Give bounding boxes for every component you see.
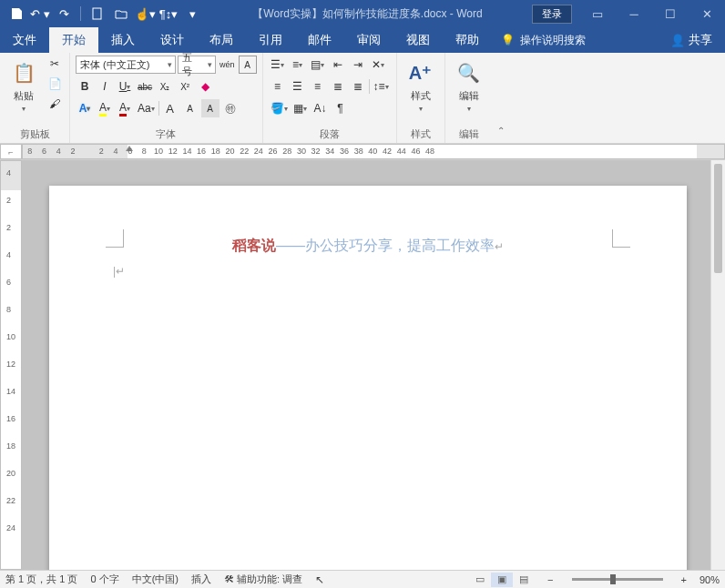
grow-font-button[interactable]: A — [161, 99, 179, 117]
tab-review[interactable]: 审阅 — [344, 27, 393, 53]
underline-button[interactable]: U — [116, 77, 134, 96]
qat-customize-icon[interactable]: ▾ — [181, 3, 203, 25]
clear-formatting-icon[interactable]: ◆ — [196, 77, 214, 96]
font-size-combo[interactable]: 五号 — [178, 56, 216, 74]
word-count[interactable]: 0 个字 — [90, 573, 118, 586]
maximize-icon[interactable]: ☐ — [652, 0, 689, 27]
tab-references[interactable]: 引用 — [246, 27, 295, 53]
read-mode-icon[interactable]: ▭ — [469, 573, 491, 587]
status-bar: 第 1 页，共 1 页 0 个字 中文(中国) 插入 🛠 辅助功能: 调查 ↖ … — [0, 570, 725, 588]
bold-button[interactable]: B — [76, 77, 94, 96]
bullets-button[interactable]: ☰ — [269, 56, 287, 74]
distribute-button[interactable]: ≣ — [349, 77, 367, 96]
page-count[interactable]: 第 1 页，共 1 页 — [5, 573, 77, 586]
group-styles: A⁺ 样式 ▾ 样式 — [397, 53, 445, 143]
horizontal-ruler[interactable]: 8642246810121416182022242628303234363840… — [22, 144, 725, 159]
paste-button[interactable]: 📋 粘贴 ▾ — [5, 55, 42, 126]
tab-mailings[interactable]: 邮件 — [295, 27, 344, 53]
tab-design[interactable]: 设计 — [148, 27, 197, 53]
align-right-button[interactable]: ≡ — [309, 77, 327, 96]
tab-file[interactable]: 文件 — [0, 27, 49, 53]
sort-button[interactable]: A↓ — [311, 99, 330, 117]
text-effects-button[interactable]: A — [76, 99, 94, 117]
page-scroll-area[interactable]: 稻客说——办公技巧分享，提高工作效率↵ |↵ 稻客说 分享办公技巧 提高工作效率 — [22, 160, 710, 570]
insert-mode[interactable]: 插入 — [191, 573, 211, 586]
strikethrough-button[interactable]: abc — [136, 77, 154, 96]
numbering-button[interactable]: ≡ — [289, 56, 307, 74]
borders-button[interactable]: ▦ — [291, 99, 310, 117]
highlight-button[interactable]: A — [96, 99, 114, 117]
italic-button[interactable]: I — [96, 77, 114, 96]
redo-icon[interactable]: ↷ — [53, 3, 75, 25]
ruler-tick: 14 — [180, 147, 195, 156]
cursor-line[interactable]: |↵ — [113, 265, 623, 278]
shrink-font-button[interactable]: A — [181, 99, 199, 117]
copy-icon[interactable]: 📄 — [46, 75, 64, 93]
increase-indent-button[interactable]: ⇥ — [349, 56, 367, 74]
tab-view[interactable]: 视图 — [393, 27, 443, 53]
document-heading[interactable]: 稻客说——办公技巧分享，提高工作效率↵ — [113, 237, 623, 256]
phonetic-guide-button[interactable]: wén — [218, 56, 237, 74]
zoom-in-button[interactable]: + — [681, 574, 687, 585]
tab-layout[interactable]: 布局 — [197, 27, 246, 53]
share-button[interactable]: 👤 共享 — [658, 27, 725, 53]
zoom-level[interactable]: 90% — [699, 574, 720, 585]
ruler-tab-selector[interactable]: ⌐ — [0, 144, 22, 159]
ruler-tick: 6 — [123, 147, 138, 156]
scroll-thumb[interactable] — [714, 164, 722, 273]
page[interactable]: 稻客说——办公技巧分享，提高工作效率↵ |↵ 稻客说 分享办公技巧 提高工作效率 — [49, 186, 687, 570]
minimize-icon[interactable]: ─ — [616, 0, 652, 27]
zoom-slider-thumb[interactable] — [610, 574, 616, 584]
align-left-button[interactable]: ≡ — [269, 77, 287, 96]
tab-insert[interactable]: 插入 — [98, 27, 148, 53]
qat-spacing-icon[interactable]: ¶↕▾ — [158, 3, 179, 25]
vertical-ruler[interactable]: 4224681012141618202224 — [0, 160, 22, 570]
font-family-combo[interactable]: 宋体 (中文正文) — [76, 56, 176, 74]
cut-icon[interactable]: ✂ — [46, 55, 64, 73]
tab-help[interactable]: 帮助 — [443, 27, 492, 53]
justify-button[interactable]: ≣ — [329, 77, 347, 96]
ruler-tick: 40 — [366, 147, 381, 156]
align-center-button[interactable]: ☰ — [289, 77, 307, 96]
qat-open-icon[interactable] — [110, 3, 132, 25]
font-color-button[interactable]: A — [116, 99, 134, 117]
zoom-slider[interactable] — [572, 578, 663, 581]
ribbon-options-icon[interactable]: ▭ — [579, 0, 616, 27]
decrease-indent-button[interactable]: ⇤ — [329, 56, 347, 74]
editing-button[interactable]: 🔍 编辑 ▾ — [451, 55, 487, 126]
superscript-button[interactable]: X² — [176, 77, 194, 96]
ruler-tick: 12 — [166, 147, 180, 156]
save-icon[interactable] — [5, 3, 27, 25]
paste-icon: 📋 — [9, 58, 38, 87]
collapse-ribbon-icon[interactable]: ⌃ — [492, 121, 510, 139]
show-marks-button[interactable]: ¶ — [332, 99, 350, 117]
subscript-button[interactable]: X₂ — [156, 77, 174, 96]
char-shading-button[interactable]: A — [201, 99, 220, 117]
shading-button[interactable]: 🪣 — [269, 99, 290, 117]
close-icon[interactable]: ✕ — [689, 0, 725, 27]
enclose-chars-button[interactable]: ㊕ — [221, 99, 240, 117]
undo-icon[interactable]: ↶ ▾ — [29, 3, 51, 25]
zoom-out-button[interactable]: − — [547, 574, 553, 585]
language-indicator[interactable]: 中文(中国) — [132, 573, 179, 586]
ribbon: 📋 粘贴 ▾ ✂ 📄 🖌 剪贴板 宋体 (中文正文) 五号 wén A — [0, 53, 725, 144]
tell-me-search[interactable]: 💡 操作说明搜索 — [492, 27, 595, 53]
styles-button[interactable]: A⁺ 样式 ▾ — [403, 55, 439, 126]
format-painter-icon[interactable]: 🖌 — [46, 95, 64, 113]
change-case-button[interactable]: Aa — [136, 99, 157, 117]
login-button[interactable]: 登录 — [532, 5, 572, 24]
horizontal-ruler-area: ⌐ 86422468101214161820222426283032343638… — [0, 144, 725, 160]
accessibility-check[interactable]: 🛠 辅助功能: 调查 — [224, 573, 302, 586]
multilevel-list-button[interactable]: ▤ — [309, 56, 327, 74]
asian-layout-button[interactable]: ✕ — [369, 56, 387, 74]
print-layout-icon[interactable]: ▣ — [491, 573, 513, 587]
web-layout-icon[interactable]: ▤ — [513, 573, 535, 587]
document-area: 4224681012141618202224 稻客说——办公技巧分享，提高工作效… — [0, 160, 725, 570]
tab-home[interactable]: 开始 — [49, 27, 98, 53]
touch-mode-icon[interactable]: ☝▾ — [134, 3, 156, 25]
char-border-button[interactable]: A — [239, 56, 257, 74]
qat-new-icon[interactable] — [87, 3, 108, 25]
line-spacing-button[interactable]: ↕≡ — [372, 77, 391, 96]
pointer-icon: ↖ — [315, 573, 324, 586]
vertical-scrollbar[interactable] — [710, 160, 725, 570]
